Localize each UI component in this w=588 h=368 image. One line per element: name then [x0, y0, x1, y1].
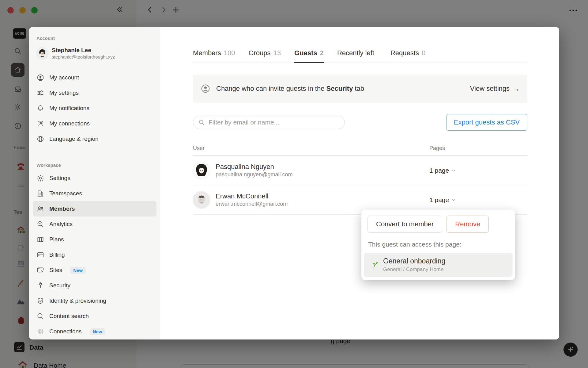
- sidebar-item-settings[interactable]: Settings: [29, 171, 160, 186]
- sidebar-item-teamspaces[interactable]: Teamspaces: [29, 186, 160, 201]
- pages-dropdown[interactable]: 1 page: [429, 167, 456, 174]
- tab-members[interactable]: Members 100: [193, 49, 235, 63]
- sidebar-item-label: Plans: [49, 236, 64, 243]
- tab-count: 13: [273, 49, 281, 57]
- sidebar-item-plans[interactable]: Plans: [29, 232, 160, 247]
- seedling-icon: [369, 260, 378, 270]
- invite-guests-banner: Change who can invite guests in the Secu…: [193, 75, 527, 103]
- tab-label: Requests: [390, 49, 419, 57]
- chevron-down-icon: [451, 168, 456, 173]
- sidebar-item-security[interactable]: Security: [29, 278, 160, 293]
- magnifier-icon: [36, 312, 44, 320]
- member-tabs: Members 100 Groups 13 Guests 2 Recently …: [193, 27, 527, 63]
- sidebar-item-my-connections[interactable]: My connections: [29, 116, 160, 131]
- pages-dropdown[interactable]: 1 page: [429, 196, 456, 204]
- building-icon: [36, 190, 44, 197]
- erwan-avatar: [193, 191, 210, 209]
- members-settings-panel: Members 100 Groups 13 Guests 2 Recently …: [160, 27, 559, 339]
- sidebar-item-analytics[interactable]: Analytics: [29, 217, 160, 232]
- sidebar-item-content-search[interactable]: Content search: [29, 309, 160, 324]
- sidebar-item-label: Teamspaces: [49, 190, 82, 197]
- people-icon: [36, 205, 44, 213]
- sidebar-item-label: My notifications: [49, 105, 89, 112]
- tab-count: 100: [224, 49, 235, 57]
- guest-user-text: Pasqualina Nguyen pasqualina.nguyen@gmai…: [216, 163, 292, 178]
- column-header-pages: Pages: [429, 145, 527, 151]
- sidebar-item-connections[interactable]: Connections New: [29, 324, 160, 339]
- sidebar-item-members[interactable]: Members: [33, 201, 156, 217]
- guest-actions-popup: Convert to member Remove This guest can …: [361, 209, 515, 280]
- sidebar-item-label: Content search: [49, 313, 89, 320]
- guest-filter-input[interactable]: [208, 118, 343, 126]
- guest-filter-field[interactable]: [193, 116, 345, 129]
- settings-sidebar: Account Stephanie Lee stephanie@toolsfor…: [29, 27, 160, 339]
- browser-cursor-icon: [36, 266, 44, 274]
- tab-guests[interactable]: Guests 2: [294, 49, 324, 63]
- account-user-card[interactable]: Stephanie Lee stephanie@toolsforthought.…: [29, 45, 160, 61]
- sidebar-item-my-notifications[interactable]: My notifications: [29, 101, 160, 116]
- export-guests-csv-button[interactable]: Export guests as CSV: [446, 114, 527, 131]
- guest-user-text: Erwan McConnell erwan.mcconnell@gmail.co…: [216, 192, 288, 208]
- convert-to-member-button[interactable]: Convert to member: [368, 216, 442, 233]
- account-user-email: stephanie@toolsforthought.xyz: [52, 54, 115, 60]
- sidebar-item-label: My connections: [49, 120, 90, 127]
- new-badge: New: [70, 267, 86, 274]
- sidebar-item-label: Language & region: [49, 136, 99, 142]
- tab-label: Recently left: [337, 49, 374, 57]
- sidebar-item-language-region[interactable]: Language & region: [29, 131, 160, 147]
- sidebar-item-label: My account: [49, 74, 79, 81]
- guests-table-header: User Pages: [193, 141, 527, 156]
- sidebar-item-identity-provisioning[interactable]: Identity & provisioning: [29, 293, 160, 309]
- tab-count: 0: [422, 49, 425, 57]
- guest-filter-row: Export guests as CSV: [193, 114, 527, 131]
- workspace-section-header: Workspace: [29, 163, 160, 168]
- tab-label: Members: [193, 49, 221, 57]
- accessible-page-text: General onboarding General / Company Hom…: [383, 257, 445, 273]
- sidebar-item-label: Identity & provisioning: [49, 297, 106, 304]
- chevron-down-icon: [451, 197, 456, 202]
- banner-bold-word: Security: [326, 85, 353, 92]
- guest-user-cell: Erwan McConnell erwan.mcconnell@gmail.co…: [193, 191, 429, 209]
- sidebar-item-label: Security: [49, 282, 70, 289]
- accessible-page-path: General / Company Home: [383, 266, 445, 273]
- sidebar-item-my-settings[interactable]: My settings: [29, 85, 160, 101]
- column-header-user: User: [193, 145, 429, 151]
- accessible-page-title: General onboarding: [383, 257, 445, 266]
- sidebar-item-my-account[interactable]: My account: [29, 70, 160, 85]
- tab-count: 2: [320, 49, 324, 57]
- sidebar-item-label: My settings: [49, 90, 79, 96]
- sidebar-item-label: Connections: [49, 328, 82, 335]
- view-settings-link[interactable]: View settings →: [470, 84, 520, 93]
- sidebar-item-label: Settings: [49, 175, 70, 182]
- view-settings-label: View settings: [470, 85, 510, 93]
- guest-name: Pasqualina Nguyen: [216, 163, 292, 171]
- tab-groups[interactable]: Groups 13: [248, 49, 281, 63]
- guest-email: pasqualina.nguyen@gmail.com: [216, 171, 292, 178]
- sidebar-item-sites[interactable]: Sites New: [29, 263, 160, 278]
- tab-recently-left[interactable]: Recently left: [337, 49, 377, 63]
- settings-dialog: Account Stephanie Lee stephanie@toolsfor…: [29, 27, 559, 339]
- pasqualina-avatar: [193, 162, 210, 179]
- sidebar-item-label: Billing: [49, 251, 65, 258]
- account-user-text: Stephanie Lee stephanie@toolsforthought.…: [52, 47, 115, 60]
- person-circle-icon: [36, 74, 44, 82]
- grid-icon: [36, 328, 44, 335]
- sidebar-item-label: Analytics: [49, 221, 73, 228]
- tab-requests[interactable]: Requests 0: [390, 49, 425, 63]
- map-icon: [36, 236, 44, 243]
- workspace-items: Settings Teamspaces Members Analytics Pl…: [29, 171, 160, 339]
- person-circle-icon: [200, 83, 211, 94]
- table-row[interactable]: Pasqualina Nguyen pasqualina.nguyen@gmai…: [193, 156, 527, 185]
- arrow-right-icon: →: [513, 84, 520, 93]
- search-icon: [198, 119, 205, 126]
- guest-name: Erwan McConnell: [216, 192, 288, 201]
- arrow-out-box-icon: [36, 120, 44, 128]
- guest-email: erwan.mcconnell@gmail.com: [216, 200, 288, 208]
- account-user-name: Stephanie Lee: [52, 47, 115, 54]
- remove-guest-button[interactable]: Remove: [447, 216, 489, 233]
- guest-access-caption: This guest can access this page:: [368, 241, 509, 248]
- bell-icon: [36, 104, 44, 112]
- pages-count-label: 1 page: [429, 196, 449, 204]
- accessible-page-item[interactable]: General onboarding General / Company Hom…: [364, 253, 513, 277]
- sidebar-item-billing[interactable]: Billing: [29, 247, 160, 263]
